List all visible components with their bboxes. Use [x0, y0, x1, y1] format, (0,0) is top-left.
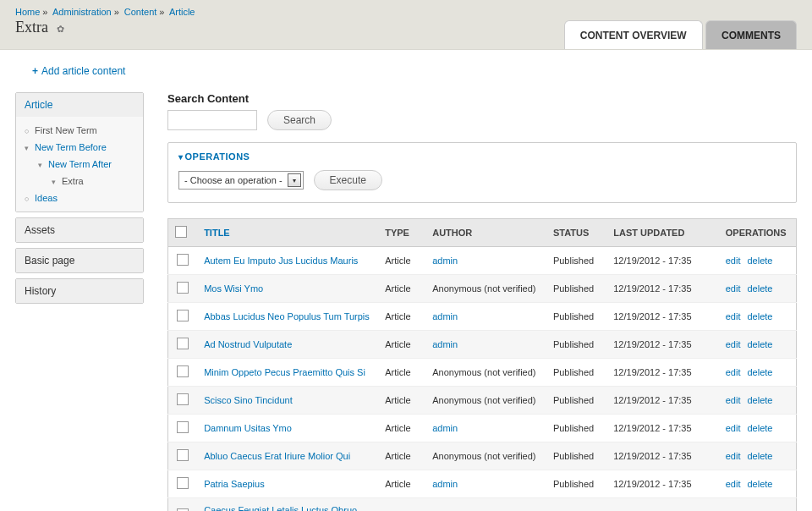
col-checkbox: [168, 219, 198, 247]
author-link[interactable]: admin: [432, 256, 458, 266]
delete-link[interactable]: delete: [747, 311, 772, 321]
delete-link[interactable]: delete: [747, 339, 772, 349]
breadcrumb-home[interactable]: Home: [15, 7, 40, 17]
bullet-icon: ○: [25, 127, 29, 135]
add-article-link[interactable]: +Add article content: [32, 65, 125, 77]
tab-comments[interactable]: Comments: [705, 20, 797, 49]
table-row: Abluo Caecus Erat Iriure Molior QuiArtic…: [168, 442, 797, 470]
row-title-link[interactable]: Abluo Caecus Erat Iriure Molior Qui: [204, 451, 350, 461]
delete-link[interactable]: delete: [747, 395, 772, 405]
table-row: Mos Wisi YmoArticleAnonymous (not verifi…: [168, 275, 797, 303]
row-status: Published: [546, 247, 606, 275]
table-row: Caecus Feugiat Letalis Luctus Obruo Tati…: [168, 498, 797, 512]
row-title-link[interactable]: Ad Nostrud Vulputate: [204, 339, 292, 349]
sidebar-item-ideas[interactable]: Ideas: [35, 193, 58, 203]
main-content: Search Content Search ▾OPERATIONS - Choo…: [167, 92, 797, 511]
delete-link[interactable]: delete: [747, 479, 772, 489]
operation-select[interactable]: - Choose an operation - ▾: [178, 171, 304, 190]
row-title-link[interactable]: Minim Oppeto Pecus Praemitto Quis Si: [204, 367, 365, 377]
author-link[interactable]: admin: [432, 479, 458, 489]
caret-down-icon: ▾: [38, 161, 42, 169]
row-title-link[interactable]: Mos Wisi Ymo: [204, 283, 263, 294]
edit-link[interactable]: edit: [726, 395, 741, 405]
row-status: Published: [546, 331, 606, 359]
search-input[interactable]: [167, 110, 257, 130]
row-title-link[interactable]: Autem Eu Imputo Jus Lucidus Mauris: [204, 256, 358, 266]
operations-heading[interactable]: ▾OPERATIONS: [178, 151, 786, 162]
delete-link[interactable]: delete: [747, 423, 772, 433]
edit-link[interactable]: edit: [726, 339, 741, 349]
col-author[interactable]: AUTHOR: [425, 219, 546, 247]
tab-content-overview[interactable]: Content Overview: [564, 20, 703, 49]
breadcrumb-content[interactable]: Content: [124, 7, 157, 17]
delete-link[interactable]: delete: [747, 367, 772, 377]
search-button[interactable]: Search: [267, 110, 332, 130]
caret-down-icon: ▾: [178, 152, 184, 162]
sidebar-item-new-term-before[interactable]: New Term Before: [35, 142, 107, 152]
row-checkbox[interactable]: [177, 421, 189, 433]
row-checkbox[interactable]: [177, 338, 189, 349]
execute-button[interactable]: Execute: [314, 170, 382, 190]
row-status: Published: [546, 498, 606, 512]
header: Home» Administration» Content» Article E…: [0, 0, 812, 50]
gear-icon[interactable]: ✿: [57, 24, 64, 34]
edit-link[interactable]: edit: [726, 479, 741, 489]
edit-link[interactable]: edit: [726, 423, 741, 433]
row-type: Article: [378, 275, 425, 303]
author-link[interactable]: admin: [432, 339, 458, 349]
row-status: Published: [546, 275, 606, 303]
row-updated: 12/19/2012 - 17:35: [606, 470, 718, 498]
row-title-link[interactable]: Abbas Lucidus Neo Populus Tum Turpis: [204, 311, 370, 321]
sidebar-item-first-new-term[interactable]: First New Term: [35, 125, 97, 135]
edit-link[interactable]: edit: [726, 311, 741, 321]
row-title-link[interactable]: Scisco Sino Tincidunt: [204, 395, 293, 405]
breadcrumb: Home» Administration» Content» Article: [15, 0, 797, 17]
row-checkbox[interactable]: [177, 393, 189, 405]
edit-link[interactable]: edit: [726, 367, 741, 377]
select-all-checkbox[interactable]: [175, 226, 187, 238]
sidebar-item-assets[interactable]: Assets: [25, 224, 55, 236]
col-type[interactable]: TYPE: [378, 219, 425, 247]
breadcrumb-admin[interactable]: Administration: [52, 7, 112, 17]
row-checkbox[interactable]: [177, 477, 189, 489]
operation-select-value: - Choose an operation -: [184, 175, 283, 185]
dropdown-caret-icon: ▾: [288, 173, 301, 187]
author-link[interactable]: admin: [432, 423, 458, 433]
sidebar: Article ○First New Term ▾New Term Before…: [15, 92, 144, 309]
sidebar-item-extra[interactable]: Extra: [62, 176, 84, 186]
edit-link[interactable]: edit: [726, 451, 741, 461]
row-title-link[interactable]: Damnum Usitas Ymo: [204, 423, 292, 433]
edit-link[interactable]: edit: [726, 256, 741, 266]
row-type: Article: [378, 359, 425, 387]
edit-link[interactable]: edit: [726, 283, 741, 294]
row-checkbox[interactable]: [177, 254, 189, 266]
sidebar-article-heading[interactable]: Article: [25, 99, 52, 111]
row-type: Article: [378, 470, 425, 498]
row-updated: 12/19/2012 - 17:35: [606, 275, 718, 303]
row-status: Published: [546, 415, 606, 442]
sidebar-item-history[interactable]: History: [25, 285, 56, 297]
search-title: Search Content: [167, 92, 797, 105]
row-checkbox[interactable]: [177, 282, 189, 294]
row-checkbox[interactable]: [177, 449, 189, 461]
row-title-link[interactable]: Caecus Feugiat Letalis Luctus Obruo Tati…: [204, 505, 357, 511]
primary-tabs: Content Overview Comments: [564, 20, 797, 49]
breadcrumb-article[interactable]: Article: [169, 7, 195, 17]
sidebar-item-new-term-after[interactable]: New Term After: [48, 159, 112, 169]
row-type: Article: [378, 331, 425, 359]
author-link[interactable]: admin: [432, 311, 458, 321]
col-title[interactable]: TITLE: [197, 219, 378, 247]
delete-link[interactable]: delete: [747, 451, 772, 461]
content-table: TITLE TYPE AUTHOR STATUS LAST UPDATED OP…: [167, 218, 797, 511]
delete-link[interactable]: delete: [747, 256, 772, 266]
table-row: Autem Eu Imputo Jus Lucidus MaurisArticl…: [168, 247, 797, 275]
delete-link[interactable]: delete: [747, 283, 772, 294]
row-checkbox[interactable]: [177, 310, 189, 321]
row-checkbox[interactable]: [177, 365, 189, 377]
col-updated[interactable]: LAST UPDATED: [606, 219, 718, 247]
sidebar-item-basic-page[interactable]: Basic page: [25, 255, 74, 266]
row-title-link[interactable]: Patria Saepius: [204, 479, 265, 489]
body: +Add article content Article ○First New …: [0, 50, 812, 511]
col-status[interactable]: STATUS: [546, 219, 606, 247]
author-text: Anonymous (not verified): [432, 283, 535, 294]
